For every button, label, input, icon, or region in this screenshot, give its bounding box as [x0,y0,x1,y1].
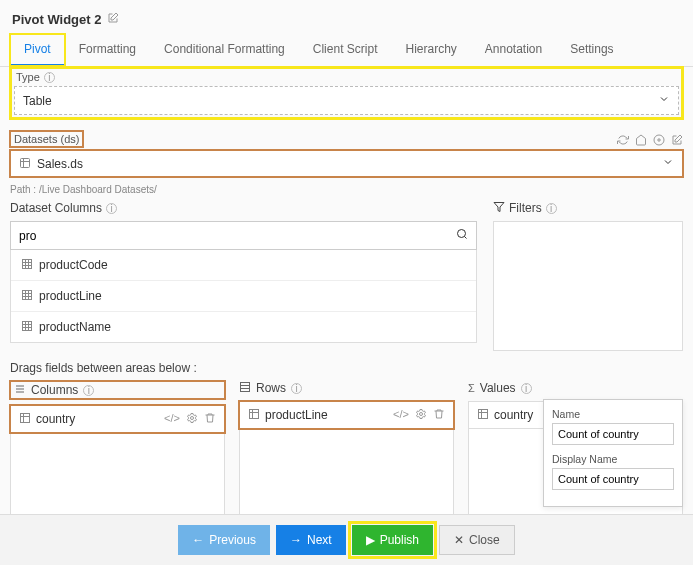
search-input[interactable] [19,229,456,243]
chevron-down-icon [658,93,670,108]
value-settings-popover: Name Display Name [543,399,683,507]
columns-dropzone[interactable] [10,433,225,521]
svg-rect-4 [23,291,32,300]
edit-ds-icon[interactable] [671,134,683,148]
tab-annotation[interactable]: Annotation [471,34,556,66]
publish-button[interactable]: ▶ Publish [352,525,433,555]
tab-settings[interactable]: Settings [556,34,627,66]
svg-rect-3 [23,260,32,269]
widget-title: Pivot Widget 2 [12,12,101,27]
type-select[interactable]: Table [14,86,679,115]
column-icon [248,408,260,422]
column-search[interactable] [10,221,477,250]
close-icon: ✕ [454,533,464,547]
code-icon[interactable]: </> [393,408,409,422]
datasets-label: Datasets (ds) [14,133,79,145]
gear-icon[interactable] [186,412,198,426]
column-icon [477,408,489,422]
filters-dropzone[interactable] [493,221,683,351]
home-icon[interactable] [635,134,647,148]
close-button[interactable]: ✕ Close [439,525,515,555]
dataset-select[interactable]: Sales.ds [10,150,683,177]
code-icon[interactable]: </> [164,412,180,426]
type-label: Type [16,71,40,83]
tab-client-script[interactable]: Client Script [299,34,392,66]
display-name-input[interactable] [552,468,674,490]
search-icon [456,228,468,243]
column-icon [21,258,33,272]
filter-icon [493,201,505,215]
dataset-columns-label: Dataset Columns [10,201,102,215]
svg-rect-11 [479,410,488,419]
sigma-icon: Σ [468,382,475,394]
column-icon [21,320,33,334]
columns-icon [14,383,26,397]
zone-columns-label: Columns [31,383,78,397]
chevron-down-icon [662,156,674,171]
tab-hierarchy[interactable]: Hierarchy [391,34,470,66]
type-value: Table [23,94,52,108]
tab-bar: Pivot Formatting Conditional Formatting … [0,34,693,67]
column-item[interactable]: productLine [11,281,476,312]
arrow-left-icon: ← [192,533,204,547]
play-icon: ▶ [366,533,375,547]
svg-rect-1 [21,158,30,167]
column-icon [21,289,33,303]
filters-label: Filters [509,201,542,215]
name-input[interactable] [552,423,674,445]
svg-rect-9 [250,410,259,419]
info-icon[interactable]: i [521,383,532,394]
dataset-path: Path : /Live Dashboard Datasets/ [0,181,693,201]
add-icon[interactable] [653,134,665,148]
column-item[interactable]: productName [11,312,476,342]
column-item[interactable]: productCode [11,250,476,281]
column-icon [19,412,31,426]
refresh-icon[interactable] [617,134,629,148]
info-icon[interactable]: i [546,203,557,214]
svg-point-10 [420,413,423,416]
dataset-icon [19,157,31,171]
next-button[interactable]: → Next [276,525,346,555]
info-icon[interactable]: i [291,383,302,394]
info-icon[interactable]: i [106,203,117,214]
info-icon[interactable]: i [44,72,55,83]
rows-icon [239,381,251,395]
info-icon[interactable]: i [83,385,94,396]
drag-instruction: Drags fields between areas below : [0,351,693,381]
rows-chip[interactable]: productLine </> [239,401,454,429]
trash-icon[interactable] [204,412,216,426]
previous-button[interactable]: ← Previous [178,525,270,555]
tab-pivot[interactable]: Pivot [10,34,65,66]
arrow-right-icon: → [290,533,302,547]
svg-rect-6 [21,414,30,423]
svg-point-2 [458,230,466,238]
svg-rect-8 [241,383,250,392]
svg-point-7 [191,417,194,420]
zone-values-label: Values [480,381,516,395]
display-name-label: Display Name [552,453,674,465]
tab-formatting[interactable]: Formatting [65,34,150,66]
dataset-value: Sales.ds [37,157,83,171]
columns-chip[interactable]: country </> [10,405,225,433]
name-label: Name [552,408,674,420]
trash-icon[interactable] [433,408,445,422]
gear-icon[interactable] [415,408,427,422]
edit-icon[interactable] [107,10,119,28]
rows-dropzone[interactable] [239,429,454,517]
tab-conditional-formatting[interactable]: Conditional Formatting [150,34,299,66]
zone-rows-label: Rows [256,381,286,395]
svg-rect-5 [23,322,32,331]
